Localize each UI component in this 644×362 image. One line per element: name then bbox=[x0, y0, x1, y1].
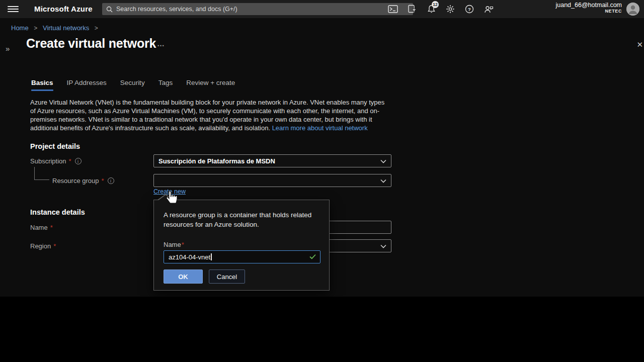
required-asterisk: * bbox=[53, 242, 56, 250]
popup-name-label: Name* bbox=[164, 241, 184, 248]
svg-text:?: ? bbox=[468, 7, 471, 12]
search-placeholder: Search resources, services, and docs (G+… bbox=[116, 6, 237, 13]
azure-brand-title: Microsoft Azure bbox=[34, 0, 93, 18]
cloud-shell-icon[interactable] bbox=[383, 0, 403, 18]
notification-count-badge: 12 bbox=[432, 1, 439, 8]
breadcrumb-separator-icon: > bbox=[95, 25, 98, 32]
subscription-label: Subscription*i bbox=[30, 157, 82, 165]
resource-group-dropdown[interactable] bbox=[153, 174, 391, 187]
tab-security[interactable]: Security bbox=[120, 79, 145, 91]
page-title: Create virtual network bbox=[26, 36, 156, 51]
instance-details-heading: Instance details bbox=[30, 208, 85, 216]
subscription-dropdown[interactable]: Suscripción de Plataformas de MSDN bbox=[153, 154, 391, 167]
hamburger-menu-icon[interactable] bbox=[8, 5, 19, 14]
notifications-bell-icon[interactable]: 12 bbox=[422, 0, 441, 18]
breadcrumb-virtual-networks-link[interactable]: Virtual networks bbox=[43, 24, 89, 32]
required-asterisk: * bbox=[182, 241, 184, 248]
global-search-input[interactable]: Search resources, services, and docs (G+… bbox=[102, 3, 413, 15]
create-vnet-blade: Home > Virtual networks > » Create virtu… bbox=[0, 18, 644, 297]
settings-gear-icon[interactable] bbox=[441, 0, 460, 18]
help-icon[interactable]: ? bbox=[460, 0, 479, 18]
directory-filter-icon[interactable] bbox=[403, 0, 422, 18]
ok-button[interactable]: OK bbox=[164, 269, 203, 284]
breadcrumb: Home > Virtual networks > bbox=[11, 24, 102, 32]
breadcrumb-separator-icon: > bbox=[34, 25, 37, 32]
tab-basics[interactable]: Basics bbox=[31, 79, 53, 91]
topbar-icon-group: 12 ? bbox=[383, 0, 498, 18]
tab-review-create[interactable]: Review + create bbox=[186, 79, 235, 91]
tab-tags[interactable]: Tags bbox=[158, 79, 173, 91]
chevron-down-icon bbox=[380, 179, 386, 183]
search-icon bbox=[106, 6, 113, 13]
create-resource-group-popup: A resource group is a container that hol… bbox=[153, 200, 330, 291]
azure-portal-window: Microsoft Azure Search resources, servic… bbox=[0, 0, 644, 362]
user-organization: NETEC bbox=[555, 9, 622, 14]
required-asterisk: * bbox=[102, 177, 104, 185]
user-avatar[interactable] bbox=[626, 3, 639, 16]
resource-group-label: Resource group*i bbox=[52, 177, 114, 185]
required-asterisk: * bbox=[50, 224, 53, 231]
cancel-button[interactable]: Cancel bbox=[209, 269, 245, 284]
chevron-down-icon bbox=[380, 159, 386, 163]
feedback-icon[interactable] bbox=[479, 0, 498, 18]
info-icon[interactable]: i bbox=[108, 177, 114, 184]
top-bar: Microsoft Azure Search resources, servic… bbox=[0, 0, 644, 18]
vnet-description: Azure Virtual Network (VNet) is the fund… bbox=[30, 98, 388, 132]
user-account-block[interactable]: juand_66@hotmail.com NETEC bbox=[555, 2, 622, 14]
field-connector-line bbox=[34, 167, 49, 180]
resource-group-name-input[interactable]: az104-04-vnet bbox=[164, 250, 320, 263]
text-caret bbox=[211, 253, 212, 260]
wizard-tabs: Basics IP Addresses Security Tags Review… bbox=[31, 79, 235, 91]
learn-more-link[interactable]: Learn more about virtual network bbox=[272, 124, 368, 132]
required-asterisk: * bbox=[69, 157, 71, 165]
info-icon[interactable]: i bbox=[75, 158, 82, 164]
project-details-heading: Project details bbox=[30, 142, 80, 150]
region-label: Region* bbox=[30, 242, 56, 250]
resource-group-popup-description: A resource group is a container that hol… bbox=[164, 210, 320, 229]
vnet-name-label: Name* bbox=[30, 224, 53, 231]
close-blade-icon[interactable]: ✕ bbox=[636, 40, 643, 49]
breadcrumb-home-link[interactable]: Home bbox=[11, 24, 29, 32]
tab-ip-addresses[interactable]: IP Addresses bbox=[67, 79, 107, 91]
title-context-menu-icon[interactable]: … bbox=[157, 39, 165, 48]
chevron-down-icon bbox=[380, 244, 386, 248]
popup-callout-arrow bbox=[157, 194, 174, 200]
user-email: juand_66@hotmail.com bbox=[555, 2, 622, 9]
resource-group-name-value: az104-04-vnet bbox=[169, 253, 210, 261]
subscription-selected-value: Suscripción de Plataformas de MSDN bbox=[158, 157, 275, 165]
valid-checkmark-icon bbox=[309, 254, 316, 259]
expand-panel-chevrons-icon[interactable]: » bbox=[6, 44, 10, 53]
